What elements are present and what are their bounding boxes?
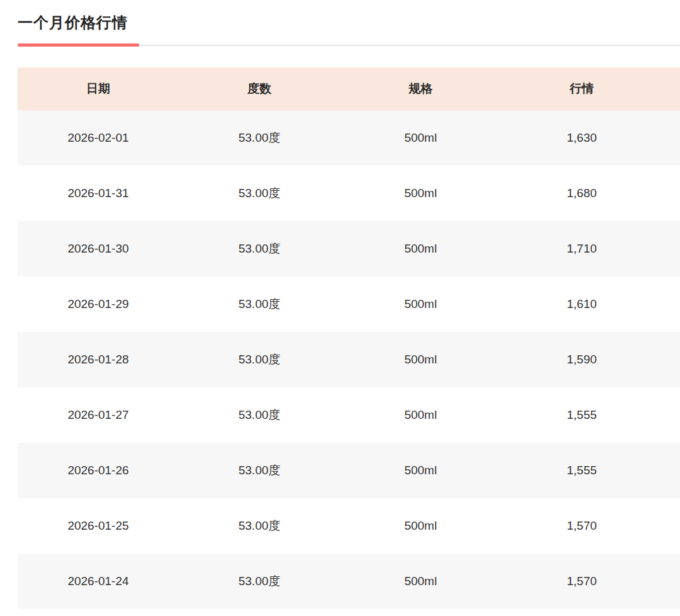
cell-spec: 500ml — [340, 131, 501, 145]
cell-date: 2026-01-24 — [18, 574, 179, 588]
cell-degree: 53.00度 — [179, 351, 340, 368]
cell-spec: 500ml — [340, 353, 501, 367]
cell-date: 2026-01-29 — [18, 297, 179, 311]
table-row: 2026-01-2553.00度500ml1,570 — [18, 498, 680, 554]
price-table: 日期度数规格行情 2026-02-0153.00度500ml1,6302026-… — [18, 67, 680, 609]
table-row: 2026-01-3053.00度500ml1,710 — [18, 221, 680, 277]
table-row: 2026-01-2953.00度500ml1,610 — [18, 277, 680, 332]
cell-degree: 53.00度 — [179, 518, 340, 534]
cell-degree: 53.00度 — [179, 130, 340, 146]
column-header-spec: 规格 — [340, 81, 501, 97]
cell-degree: 53.00度 — [179, 573, 340, 590]
table-row: 2026-01-2753.00度500ml1,555 — [18, 387, 680, 443]
cell-price: 1,570 — [501, 519, 662, 533]
cell-spec: 500ml — [340, 242, 501, 256]
cell-price: 1,710 — [501, 242, 662, 256]
cell-price: 1,610 — [501, 297, 662, 311]
cell-date: 2026-01-25 — [18, 519, 179, 533]
cell-spec: 500ml — [340, 574, 501, 588]
cell-price: 1,555 — [501, 464, 662, 477]
table-row: 2026-02-0153.00度500ml1,630 — [18, 110, 680, 166]
cell-price: 1,590 — [501, 353, 662, 367]
cell-degree: 53.00度 — [179, 407, 340, 423]
cell-date: 2026-01-27 — [18, 408, 179, 422]
cell-degree: 53.00度 — [179, 462, 340, 479]
cell-date: 2026-02-01 — [18, 131, 179, 145]
cell-price: 1,630 — [501, 131, 662, 145]
column-header-degree: 度数 — [179, 81, 340, 97]
table-header-row: 日期度数规格行情 — [18, 67, 680, 110]
cell-date: 2026-01-31 — [18, 186, 179, 200]
cell-degree: 53.00度 — [179, 185, 340, 202]
cell-spec: 500ml — [340, 408, 501, 422]
cell-date: 2026-01-26 — [18, 464, 179, 477]
cell-price: 1,555 — [501, 408, 662, 422]
table-row: 2026-01-2853.00度500ml1,590 — [18, 332, 680, 387]
column-header-date: 日期 — [18, 81, 179, 97]
cell-price: 1,570 — [501, 574, 662, 588]
cell-spec: 500ml — [340, 297, 501, 311]
cell-spec: 500ml — [340, 519, 501, 533]
table-row: 2026-01-2453.00度500ml1,570 — [18, 554, 680, 609]
table-row: 2026-01-3153.00度500ml1,680 — [18, 166, 680, 221]
column-header-price: 行情 — [501, 81, 662, 97]
title-accent-underline — [18, 43, 139, 47]
cell-date: 2026-01-28 — [18, 353, 179, 367]
cell-degree: 53.00度 — [179, 296, 340, 312]
page-title: 一个月价格行情 — [18, 13, 128, 33]
cell-date: 2026-01-30 — [18, 242, 179, 256]
cell-price: 1,680 — [501, 186, 662, 200]
cell-spec: 500ml — [340, 186, 501, 200]
cell-spec: 500ml — [340, 464, 501, 477]
table-row: 2026-01-2653.00度500ml1,555 — [18, 443, 680, 498]
cell-degree: 53.00度 — [179, 241, 340, 257]
table-body: 2026-02-0153.00度500ml1,6302026-01-3153.0… — [18, 110, 680, 609]
